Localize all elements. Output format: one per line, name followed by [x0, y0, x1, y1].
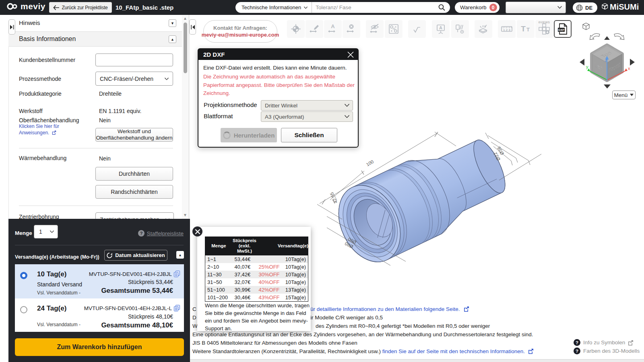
collapse-sidebar-handle[interactable] [8, 19, 15, 35]
misumi-logo[interactable]: MiSUMi [601, 2, 639, 12]
price-cell-days: 10Tag(e) [278, 263, 308, 271]
prozessmethode-select[interactable]: CNC-Fräsen/-Drehen [95, 72, 173, 86]
check-symbol-button[interactable] [408, 20, 426, 38]
scrollbar-thumb[interactable] [184, 23, 187, 73]
close-label: Schließen [294, 132, 324, 139]
tilt-down-arrow [604, 84, 611, 88]
contact-line2: meviy-eu@misumi-europe.com [202, 32, 279, 38]
note-line-1-tail[interactable]: ür detaillierte Informationen zu den Mat… [310, 306, 469, 312]
menge-select[interactable]: 1 [34, 225, 58, 239]
hide-dimension-icon [369, 23, 380, 35]
back-to-projects-button[interactable]: Zurück zur Projektliste [49, 2, 112, 13]
randschicht-button[interactable]: Randschichthärten [95, 185, 173, 199]
basis-toggle[interactable]: ▲ [169, 35, 176, 43]
dxf-download-button[interactable]: DXF [554, 20, 572, 38]
blattformat-label: Blattformat [204, 113, 233, 119]
projektion-value: Dritter Winkel [265, 103, 297, 109]
price-cell-qty: 2~10 [205, 263, 233, 271]
view-cube-widget[interactable]: Top Left Front y x z [578, 20, 638, 93]
six-views-button[interactable]: 6VIEWS [535, 20, 553, 38]
note-line-6-link[interactable]: finden Sie auf der Seite mit den technis… [382, 348, 525, 354]
price-row: 101~20030,46€43%OFF15Tag(e) [205, 294, 308, 302]
search-category-select[interactable]: Technische Informationen [235, 4, 312, 10]
copy-icon[interactable] [174, 305, 180, 311]
deburring-button[interactable] [475, 20, 492, 38]
geo-tolerance-button[interactable] [451, 20, 469, 38]
collapse-panel-handle[interactable] [189, 19, 196, 35]
price-cell-days: 10Tag(e) [278, 278, 308, 286]
delete-dimension-button[interactable] [343, 20, 360, 38]
blattformat-select[interactable]: A3 (Querformat) [261, 111, 353, 122]
col-header-versandtag: Versandtag(e) [278, 237, 308, 255]
radio-unselected[interactable] [20, 306, 27, 313]
option-days: 24 Tag(e) [37, 304, 66, 313]
menu-button[interactable]: Menü [612, 90, 636, 99]
copy-icon[interactable] [174, 271, 180, 277]
svg-text:y: y [586, 64, 588, 69]
price-row: 11~3037,42€30%OFF10Tag(e) [205, 271, 308, 278]
staffelpreisliste-link[interactable]: ? Staffelpreisliste [138, 230, 184, 237]
svg-text:T: T [521, 25, 526, 33]
search-button[interactable] [438, 4, 450, 11]
close-button[interactable]: Schließen [281, 128, 337, 142]
radio-selected[interactable] [20, 272, 27, 279]
note-line-2: D [192, 315, 196, 321]
model-colors-link[interactable]: ? Farben des 3D-Modells [574, 348, 640, 354]
add-to-cart-button[interactable]: Zum Warenkorb hinzufügen [15, 338, 184, 356]
popup-close-button[interactable] [192, 226, 202, 237]
price-row: 31~5032,07€40%OFF10Tag(e) [205, 278, 308, 286]
measure-123-button[interactable]: 1 2 3 [498, 20, 516, 38]
download-button[interactable]: Herunterladen [221, 128, 277, 142]
instructions-link-2[interactable]: Anweisungen. [19, 130, 56, 136]
text-dimension-icon: A [327, 23, 339, 35]
cart-count-badge: 0 [489, 4, 497, 11]
scroll-up-arrow[interactable]: ▲ [183, 16, 187, 21]
chevron-down-icon [630, 94, 634, 96]
note-line-1: C [192, 306, 196, 312]
search-input[interactable] [312, 4, 438, 10]
shipping-option-24[interactable]: 24 Tag(e) Vsl. Versanddatum - MVTUP-SFN-… [15, 298, 184, 332]
project-select[interactable] [506, 2, 566, 13]
label-board-button[interactable]: A [432, 20, 450, 38]
durchhaerten-button[interactable]: Durchhärten [95, 167, 173, 181]
shipping-option-10[interactable]: 10 Tag(e) Standard Versand Vsl. Versandd… [15, 264, 184, 298]
price-cell-qty: 11~30 [205, 271, 233, 278]
option-days: 10 Tag(e) [37, 270, 66, 278]
option-price: Stückpreis 48,10€ [128, 313, 173, 320]
isometric-icon [583, 23, 589, 30]
edit-dimension-button[interactable] [305, 20, 323, 38]
dialog-close-icon[interactable] [347, 51, 354, 58]
collapse-shipping-button[interactable]: ▲ [176, 251, 184, 259]
price-cell-days: 15Tag(e) [278, 294, 308, 302]
price-cell-discount: 30%OFF [257, 271, 278, 278]
meviy-logo[interactable]: meviy [6, 2, 45, 11]
hide-dimension-button[interactable] [366, 20, 384, 38]
hinweis-title: Hinweis [19, 19, 40, 26]
change-material-button[interactable]: Werkstoff und Oberflächenbehandlung ände… [95, 128, 173, 142]
scroll-down-arrow[interactable]: ▼ [183, 213, 187, 217]
surface-finish-button[interactable] [385, 20, 402, 38]
surface-finish-icon [388, 23, 399, 35]
hinweis-toggle[interactable]: ▼ [169, 19, 176, 27]
contact-info[interactable]: Kontakt für Anfragen: meviy-eu@misumi-eu… [203, 20, 277, 43]
projektion-select[interactable]: Dritter Winkel [261, 100, 353, 111]
update-date-button[interactable]: Datum aktualisieren [104, 250, 167, 261]
language-button[interactable]: DE [573, 2, 597, 13]
close-icon [195, 229, 200, 234]
text-size-button[interactable]: TT [517, 20, 535, 38]
datum-target-button[interactable] [287, 20, 305, 38]
instructions-link[interactable]: Klicken Sie hier für [19, 123, 59, 129]
kundenbestellnummer-input[interactable] [95, 53, 173, 66]
datum-button-label: Datum aktualisieren [115, 252, 165, 258]
prozessmethode-label: Prozessmethode [19, 76, 61, 82]
help1-label: Info zu Symbolen [583, 339, 625, 346]
option-code: MVTUP-SFN-DEV001-4EH-2JBJL-L [84, 305, 180, 311]
info-symbols-link[interactable]: ? Info zu Symbolen [574, 339, 634, 346]
basis-title: Basis Informationen [19, 35, 76, 43]
staffel-label: Staffelpreisliste [147, 230, 184, 237]
arrow-left-icon [53, 5, 59, 10]
refresh-icon [107, 253, 112, 258]
cart-button[interactable]: Warenkorb 0 [455, 2, 500, 13]
option-sub: Standard Versand [37, 281, 82, 288]
text-dimension-button[interactable]: A [324, 20, 342, 38]
